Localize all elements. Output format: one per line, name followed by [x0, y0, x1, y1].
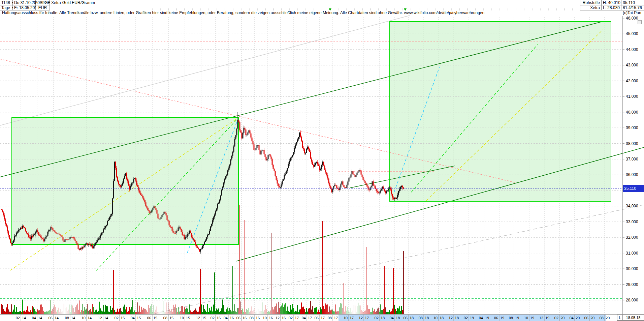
candle-body	[204, 242, 205, 244]
candle-body	[17, 232, 18, 233]
candle-body	[172, 227, 173, 231]
volume-bar	[175, 304, 175, 314]
volume-bar	[88, 311, 89, 314]
volume-bar	[199, 307, 200, 314]
candle-body	[13, 240, 14, 243]
volume-bar	[23, 311, 24, 314]
volume-bar	[220, 311, 221, 314]
volume-bar	[226, 309, 227, 314]
volume-bar	[29, 312, 30, 314]
candle-body	[29, 237, 30, 238]
candle-body	[54, 230, 55, 231]
date-axis-label-month: 06	[494, 316, 498, 320]
volume-bar	[323, 306, 324, 314]
volume-bar	[244, 312, 244, 314]
candle-body	[382, 187, 383, 189]
candle-body	[250, 130, 251, 134]
candle-body	[390, 188, 391, 189]
last-price-value: 35.110	[623, 0, 635, 5]
candle-body	[196, 245, 197, 246]
candle-body	[32, 236, 33, 237]
price-axis-label: 28.000	[626, 298, 638, 302]
candle-body	[103, 229, 104, 232]
candle-body	[394, 198, 395, 199]
candle-body	[105, 226, 106, 228]
date-axis-label-year: 17	[365, 316, 369, 320]
candle-body	[272, 159, 273, 165]
volume-bar	[330, 310, 331, 314]
volume-bar	[250, 312, 250, 314]
candle-body	[304, 149, 305, 153]
date-to-cell[interactable]: Fr 18.05.2018	[13, 5, 36, 10]
volume-bar	[180, 311, 181, 314]
candle-body	[279, 186, 280, 187]
volume-bar	[281, 305, 282, 314]
volume-bar	[247, 309, 247, 314]
volume-bar	[307, 312, 308, 314]
volume-bar	[79, 300, 79, 314]
volume-bar	[111, 310, 112, 314]
volume-bar	[35, 311, 36, 314]
volume-bar	[277, 312, 278, 314]
candle-body	[179, 227, 180, 228]
bar-count-dropdown[interactable]: 1148 ▼	[0, 0, 13, 5]
volume-bar	[347, 311, 347, 314]
volume-bar	[351, 308, 351, 314]
candle-body	[175, 233, 176, 234]
collapse-button[interactable]: −	[638, 20, 642, 24]
volume-bar	[208, 312, 209, 314]
candle-body	[136, 181, 137, 185]
candle-body	[94, 245, 95, 246]
last-cell-l: L	[617, 314, 623, 321]
date-axis-label-month: 06	[147, 316, 151, 320]
volume-bar	[128, 311, 129, 314]
candle-body	[372, 181, 373, 186]
candle-body	[5, 220, 6, 224]
volume-bar	[335, 304, 336, 314]
date-from-cell[interactable]: Do 31.10.2013	[13, 0, 36, 5]
date-axis-label-year: 16	[282, 316, 286, 320]
volume-bar	[399, 306, 400, 314]
volume-bar	[114, 310, 115, 314]
candle-body	[161, 217, 162, 219]
candle-body	[274, 169, 275, 171]
candle-body	[226, 175, 227, 176]
volume-bar	[390, 312, 391, 314]
candle-body	[334, 185, 335, 186]
volume-bar	[118, 312, 119, 314]
volume-bar	[355, 306, 355, 314]
date-axis-label-year: 14	[22, 316, 26, 320]
volume-bar	[364, 311, 364, 314]
volume-bar	[66, 307, 66, 314]
candle-body	[67, 239, 68, 240]
volume-bar	[349, 311, 349, 314]
candle-body	[306, 149, 307, 153]
candle-body	[22, 226, 23, 228]
date-axis-label-month: 04	[224, 316, 228, 320]
candle-body	[266, 157, 267, 160]
candle-body	[25, 228, 26, 231]
timeframe-dropdown[interactable]: Tage ▼	[0, 5, 13, 10]
candle-body	[209, 231, 210, 234]
date-axis-label-year: 15	[153, 316, 157, 320]
candle-body	[63, 237, 64, 240]
candle-body	[88, 244, 89, 245]
date-axis-label-month: 10	[524, 316, 528, 320]
candle-body	[71, 237, 72, 238]
volume-bar	[212, 312, 213, 314]
candle-body	[403, 187, 404, 189]
price-axis-label: 39.000	[626, 125, 638, 130]
volume-bar	[359, 305, 359, 314]
date-axis-label-month: 02	[211, 316, 215, 320]
date-axis-label-year: 19	[470, 316, 474, 320]
volume-bar	[236, 312, 237, 314]
volume-bar	[119, 309, 120, 314]
candle-body	[389, 188, 390, 188]
candle-body	[203, 245, 204, 246]
candle-body	[110, 215, 111, 217]
chart-canvas[interactable]: 46.00045.00044.00043.00042.00041.00040.0…	[0, 0, 644, 321]
volume-bar	[49, 311, 49, 314]
candle-body	[193, 238, 194, 240]
volume-bar	[313, 312, 314, 314]
volume-bar	[58, 310, 58, 314]
